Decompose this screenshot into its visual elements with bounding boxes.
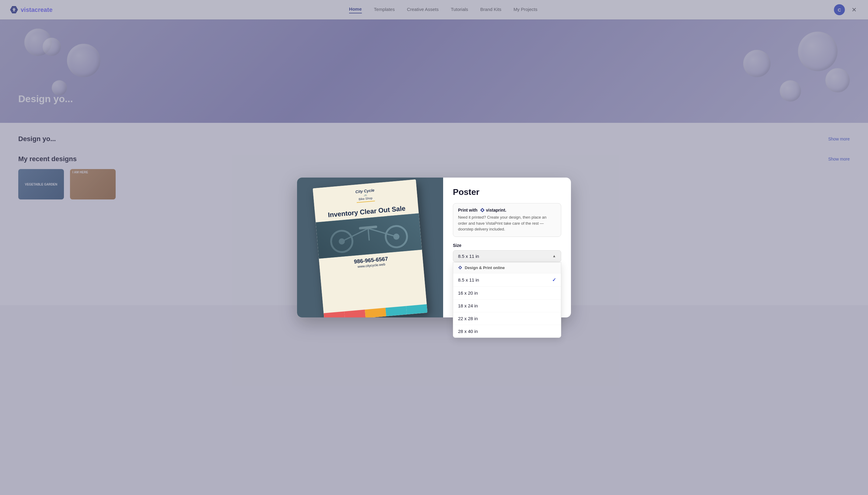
chevron-up-icon: ▲ xyxy=(552,254,556,258)
vistaprint-icon xyxy=(480,208,485,212)
print-with-row: Print with vistaprint. xyxy=(458,208,556,212)
modal: City Cycle 🚲 Bike Shop Inventory Clear O… xyxy=(297,177,571,305)
dropdown-group-label: Design & Print online xyxy=(465,266,505,270)
poster-preview: City Cycle 🚲 Bike Shop Inventory Clear O… xyxy=(313,180,427,305)
size-option-8-5x11[interactable]: 8.5 x 11 in ✓ xyxy=(453,273,561,287)
modal-image-panel: City Cycle 🚲 Bike Shop Inventory Clear O… xyxy=(297,177,443,305)
size-dropdown-list: Design & Print online 8.5 x 11 in ✓ 16 x… xyxy=(453,262,561,306)
vistaprint-text: vistaprint. xyxy=(486,208,506,212)
vistaprint-logo: vistaprint. xyxy=(480,208,506,212)
size-dropdown-wrapper: 8.5 x 11 in ▲ Design & Print online 8.5 … xyxy=(453,250,561,262)
size-option-label-1: 8.5 x 11 in xyxy=(458,277,479,283)
check-icon-1: ✓ xyxy=(552,277,556,283)
poster-bottom: 986-965-6567 www.citycycle.web xyxy=(319,250,427,305)
size-selected-value: 8.5 x 11 in xyxy=(458,254,479,259)
size-option-18x24[interactable]: 18 x 24 in xyxy=(453,300,561,306)
poster-card: City Cycle 🚲 Bike Shop Inventory Clear O… xyxy=(313,180,427,305)
print-description: Need it printed? Create your design, the… xyxy=(458,215,556,232)
size-option-label-2: 16 x 20 in xyxy=(458,290,478,295)
size-label: Size xyxy=(453,243,561,248)
modal-right-panel: Poster Print with vistaprint. Need it xyxy=(443,177,571,305)
size-dropdown-trigger[interactable]: 8.5 x 11 in ▲ xyxy=(453,250,561,262)
dropdown-group-header: Design & Print online xyxy=(453,262,561,273)
print-with-box: Print with vistaprint. Need it printed? … xyxy=(453,203,561,237)
size-option-16x20[interactable]: 16 x 20 in xyxy=(453,287,561,300)
size-option-label-3: 18 x 24 in xyxy=(458,303,478,306)
modal-overlay[interactable]: City Cycle 🚲 Bike Shop Inventory Clear O… xyxy=(0,0,868,305)
print-with-label: Print with xyxy=(458,208,477,212)
modal-title: Poster xyxy=(453,187,561,197)
group-header-icon xyxy=(458,266,462,270)
